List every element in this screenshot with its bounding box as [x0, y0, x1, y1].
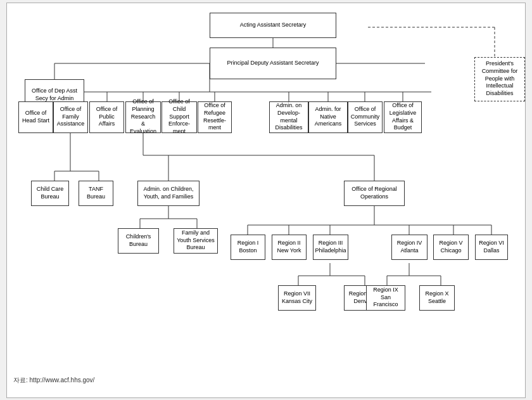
source-note: 자료: http://www.acf.hhs.gov/ — [13, 376, 519, 385]
admin-children-box: Admin. on Children, Youth, and Families — [137, 181, 200, 206]
region5-box: Region V Chicago — [433, 235, 469, 260]
community-services-box: Office of Community Services — [348, 101, 383, 133]
regional-operations-box: Office of Regional Operations — [344, 181, 405, 206]
acting-asst-sec-box: Acting Assistant Secretary — [210, 13, 336, 38]
planning-research-box: Office of Planning Research & Evaluation — [125, 101, 161, 133]
family-youth-box: Family and Youth Services Bureau — [174, 228, 218, 254]
childrens-bureau-box: Children's Bureau — [118, 228, 159, 254]
principal-deputy-box: Principal Deputy Assistant Secretary — [210, 48, 336, 79]
child-care-bureau-box: Child Care Bureau — [31, 181, 69, 206]
presidents-committee-box: President's Committee for People with In… — [474, 57, 525, 101]
region9-box: Region IX San Francisco — [366, 285, 405, 311]
tanf-bureau-box: TANF Bureau — [79, 181, 113, 206]
refugee-box: Office of Refugee Resettle-ment — [198, 101, 232, 133]
page-container: Acting Assistant Secretary Principal Dep… — [6, 3, 526, 398]
region4-box: Region IV Atlanta — [391, 235, 428, 260]
region3-box: Region III Philadelphia — [313, 235, 348, 260]
child-support-box: Office of Child Support Enforce-ment — [162, 101, 197, 133]
region1-box: Region I Boston — [231, 235, 265, 260]
head-start-box: Office of Head Start — [18, 101, 53, 133]
family-assistance-box: Office of Family Assistance — [53, 101, 88, 133]
org-chart: Acting Assistant Secretary Principal Dep… — [13, 10, 519, 371]
legislative-box: Office of Legislative Affairs & Budget — [384, 101, 422, 133]
region7-box: Region VII Kansas City — [278, 285, 316, 311]
public-affairs-box: Office of Public Affairs — [89, 101, 124, 133]
region10-box: Region X Seattle — [419, 285, 455, 311]
admin-develop-box: Admin. on Develop-mental Disabilities — [269, 101, 308, 133]
native-americans-box: Admin. for Native Americans — [308, 101, 348, 133]
region2-box: Region II New York — [272, 235, 307, 260]
region6-box: Region VI Dallas — [475, 235, 508, 260]
